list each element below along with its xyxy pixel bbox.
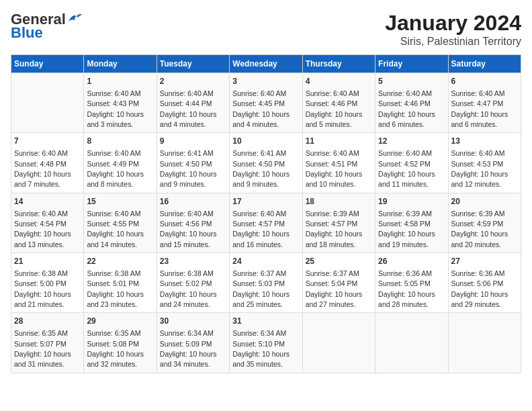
column-header-thursday: Thursday (302, 55, 375, 73)
calendar-cell (448, 313, 521, 373)
day-info: Sunrise: 6:39 AM Sunset: 4:57 PM Dayligh… (306, 210, 363, 248)
calendar-cell: 19Sunrise: 6:39 AM Sunset: 4:58 PM Dayli… (375, 193, 448, 253)
day-number: 6 (451, 76, 518, 87)
calendar-cell: 2Sunrise: 6:40 AM Sunset: 4:44 PM Daylig… (157, 73, 229, 133)
day-info: Sunrise: 6:38 AM Sunset: 5:02 PM Dayligh… (160, 269, 217, 308)
calendar-cell: 28Sunrise: 6:35 AM Sunset: 5:07 PM Dayli… (11, 313, 84, 373)
calendar-cell: 24Sunrise: 6:37 AM Sunset: 5:03 PM Dayli… (230, 253, 302, 313)
day-number: 11 (306, 136, 372, 147)
day-info: Sunrise: 6:41 AM Sunset: 4:50 PM Dayligh… (160, 149, 217, 188)
calendar-cell: 17Sunrise: 6:40 AM Sunset: 4:57 PM Dayli… (230, 193, 302, 253)
calendar-cell: 4Sunrise: 6:40 AM Sunset: 4:46 PM Daylig… (302, 73, 375, 133)
calendar-cell: 22Sunrise: 6:38 AM Sunset: 5:01 PM Dayli… (84, 253, 157, 313)
day-info: Sunrise: 6:40 AM Sunset: 4:47 PM Dayligh… (451, 89, 508, 128)
day-number: 10 (232, 136, 299, 147)
day-info: Sunrise: 6:40 AM Sunset: 4:48 PM Dayligh… (14, 149, 71, 188)
day-number: 2 (160, 76, 226, 87)
calendar-cell: 8Sunrise: 6:40 AM Sunset: 4:49 PM Daylig… (84, 133, 157, 193)
day-info: Sunrise: 6:37 AM Sunset: 5:03 PM Dayligh… (232, 269, 290, 308)
day-number: 14 (14, 196, 81, 208)
calendar-cell: 29Sunrise: 6:35 AM Sunset: 5:08 PM Dayli… (84, 313, 157, 373)
calendar-cell: 30Sunrise: 6:34 AM Sunset: 5:09 PM Dayli… (157, 313, 229, 373)
page-title: January 2024 (385, 11, 521, 36)
calendar-cell (375, 313, 448, 373)
day-info: Sunrise: 6:40 AM Sunset: 4:57 PM Dayligh… (232, 210, 290, 248)
calendar-cell: 5Sunrise: 6:40 AM Sunset: 4:46 PM Daylig… (375, 73, 448, 133)
day-number: 3 (232, 76, 299, 87)
title-area: January 2024 Siris, Palestinian Territor… (385, 11, 521, 48)
day-info: Sunrise: 6:34 AM Sunset: 5:10 PM Dayligh… (232, 329, 290, 368)
day-info: Sunrise: 6:40 AM Sunset: 4:46 PM Dayligh… (306, 89, 363, 128)
calendar-cell: 9Sunrise: 6:41 AM Sunset: 4:50 PM Daylig… (157, 133, 229, 193)
week-row-3: 14Sunrise: 6:40 AM Sunset: 4:54 PM Dayli… (11, 193, 521, 253)
day-info: Sunrise: 6:34 AM Sunset: 5:09 PM Dayligh… (160, 329, 217, 368)
day-number: 13 (451, 136, 518, 147)
day-info: Sunrise: 6:40 AM Sunset: 4:55 PM Dayligh… (87, 210, 144, 248)
calendar-cell (11, 73, 84, 133)
column-header-tuesday: Tuesday (157, 55, 229, 73)
day-info: Sunrise: 6:38 AM Sunset: 5:01 PM Dayligh… (87, 269, 144, 308)
day-info: Sunrise: 6:40 AM Sunset: 4:52 PM Dayligh… (378, 149, 435, 188)
day-number: 31 (232, 316, 299, 327)
day-number: 16 (160, 196, 226, 208)
logo: General Blue (11, 11, 82, 42)
day-info: Sunrise: 6:40 AM Sunset: 4:44 PM Dayligh… (160, 89, 217, 128)
calendar-cell: 14Sunrise: 6:40 AM Sunset: 4:54 PM Dayli… (11, 193, 84, 253)
day-number: 12 (378, 136, 445, 147)
day-info: Sunrise: 6:35 AM Sunset: 5:08 PM Dayligh… (87, 329, 144, 368)
day-number: 19 (378, 196, 445, 208)
day-number: 8 (87, 136, 153, 147)
calendar-table: SundayMondayTuesdayWednesdayThursdayFrid… (11, 54, 521, 373)
day-info: Sunrise: 6:40 AM Sunset: 4:46 PM Dayligh… (378, 89, 435, 128)
day-number: 23 (160, 256, 226, 267)
page-header: General Blue January 2024 Siris, Palesti… (11, 11, 521, 48)
calendar-cell: 31Sunrise: 6:34 AM Sunset: 5:10 PM Dayli… (230, 313, 302, 373)
header-row: SundayMondayTuesdayWednesdayThursdayFrid… (11, 55, 521, 73)
calendar-cell: 11Sunrise: 6:40 AM Sunset: 4:51 PM Dayli… (302, 133, 375, 193)
calendar-cell: 23Sunrise: 6:38 AM Sunset: 5:02 PM Dayli… (157, 253, 229, 313)
column-header-wednesday: Wednesday (230, 55, 302, 73)
day-info: Sunrise: 6:40 AM Sunset: 4:54 PM Dayligh… (14, 210, 71, 248)
calendar-cell: 20Sunrise: 6:39 AM Sunset: 4:59 PM Dayli… (448, 193, 521, 253)
day-info: Sunrise: 6:41 AM Sunset: 4:50 PM Dayligh… (232, 149, 290, 188)
calendar-cell: 10Sunrise: 6:41 AM Sunset: 4:50 PM Dayli… (230, 133, 302, 193)
day-number: 24 (232, 256, 299, 267)
day-number: 30 (160, 316, 226, 327)
calendar-cell: 16Sunrise: 6:40 AM Sunset: 4:56 PM Dayli… (157, 193, 229, 253)
day-number: 29 (87, 316, 153, 327)
day-number: 18 (306, 196, 372, 208)
column-header-saturday: Saturday (448, 55, 521, 73)
week-row-1: 1Sunrise: 6:40 AM Sunset: 4:43 PM Daylig… (11, 73, 521, 133)
day-info: Sunrise: 6:36 AM Sunset: 5:06 PM Dayligh… (451, 269, 508, 308)
day-number: 17 (232, 196, 299, 208)
week-row-5: 28Sunrise: 6:35 AM Sunset: 5:07 PM Dayli… (11, 313, 521, 373)
day-number: 21 (14, 256, 81, 267)
day-info: Sunrise: 6:40 AM Sunset: 4:56 PM Dayligh… (160, 210, 217, 248)
day-info: Sunrise: 6:35 AM Sunset: 5:07 PM Dayligh… (14, 329, 71, 368)
week-row-4: 21Sunrise: 6:38 AM Sunset: 5:00 PM Dayli… (11, 253, 521, 313)
calendar-cell: 25Sunrise: 6:37 AM Sunset: 5:04 PM Dayli… (302, 253, 375, 313)
page-subtitle: Siris, Palestinian Territory (385, 36, 521, 48)
day-info: Sunrise: 6:40 AM Sunset: 4:49 PM Dayligh… (87, 149, 144, 188)
day-number: 22 (87, 256, 153, 267)
column-header-friday: Friday (375, 55, 448, 73)
calendar-cell: 15Sunrise: 6:40 AM Sunset: 4:55 PM Dayli… (84, 193, 157, 253)
day-number: 15 (87, 196, 153, 208)
calendar-cell: 13Sunrise: 6:40 AM Sunset: 4:53 PM Dayli… (448, 133, 521, 193)
calendar-cell: 3Sunrise: 6:40 AM Sunset: 4:45 PM Daylig… (230, 73, 302, 133)
day-info: Sunrise: 6:39 AM Sunset: 4:58 PM Dayligh… (378, 210, 435, 248)
column-header-sunday: Sunday (11, 55, 84, 73)
day-info: Sunrise: 6:36 AM Sunset: 5:05 PM Dayligh… (378, 269, 435, 308)
day-number: 5 (378, 76, 445, 87)
calendar-cell: 27Sunrise: 6:36 AM Sunset: 5:06 PM Dayli… (448, 253, 521, 313)
day-info: Sunrise: 6:38 AM Sunset: 5:00 PM Dayligh… (14, 269, 71, 308)
calendar-cell: 6Sunrise: 6:40 AM Sunset: 4:47 PM Daylig… (448, 73, 521, 133)
day-number: 28 (14, 316, 81, 327)
day-number: 26 (378, 256, 445, 267)
day-info: Sunrise: 6:37 AM Sunset: 5:04 PM Dayligh… (306, 269, 363, 308)
day-number: 27 (451, 256, 518, 267)
calendar-cell: 7Sunrise: 6:40 AM Sunset: 4:48 PM Daylig… (11, 133, 84, 193)
calendar-cell: 1Sunrise: 6:40 AM Sunset: 4:43 PM Daylig… (84, 73, 157, 133)
calendar-cell: 12Sunrise: 6:40 AM Sunset: 4:52 PM Dayli… (375, 133, 448, 193)
day-number: 1 (87, 76, 153, 87)
